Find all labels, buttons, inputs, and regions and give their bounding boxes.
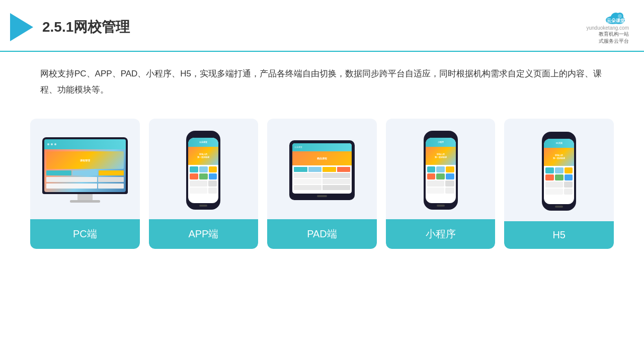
card-h5-image: H5页面 职场人的第一堂训练课: [504, 119, 614, 221]
brand-logo-icon: 云朵课堂: [603, 9, 629, 25]
cloud-icon: 云朵课堂: [603, 9, 629, 25]
card-pc-image: 课程管理: [30, 119, 140, 219]
brand-logo-area: 云朵课堂 yunduoketang.com 教育机构一站 式服务云平台: [586, 9, 629, 45]
card-h5: H5页面 职场人的第一堂训练课: [504, 119, 614, 249]
card-pad: 云朵课堂 精品课程: [267, 119, 377, 249]
card-pad-image: 云朵课堂 精品课程: [267, 119, 377, 219]
brand-tagline: 教育机构一站 式服务云平台: [599, 31, 629, 45]
card-mini-image: 小程序 职场人的第一堂训练课: [386, 119, 496, 219]
page-title: 2.5.1网校管理: [42, 18, 130, 37]
header: 2.5.1网校管理 云朵课堂 yunduoketang.com 教育机构一站 式…: [0, 0, 644, 52]
card-app-label: APP端: [149, 219, 259, 249]
card-app-image: 云朵课堂 职场人的第一堂训练课: [149, 119, 259, 219]
brand-url: yunduoketang.com: [586, 25, 629, 31]
monitor-mockup: 课程管理: [42, 137, 128, 203]
phone-mockup-mini: 小程序 职场人的第一堂训练课: [424, 131, 458, 210]
header-left: 2.5.1网校管理: [10, 13, 130, 41]
card-h5-label: H5: [504, 221, 614, 249]
logo-triangle-icon: [10, 13, 33, 41]
card-miniprogram: 小程序 职场人的第一堂训练课: [386, 119, 496, 249]
card-pc: 课程管理: [30, 119, 140, 249]
phone-mockup-h5: H5页面 职场人的第一堂训练课: [542, 132, 576, 211]
description-paragraph: 网校支持PC、APP、PAD、小程序、H5，实现多端打通，产品各终端自由切换，数…: [40, 66, 604, 99]
svg-point-5: [618, 14, 622, 18]
cards-container: 课程管理: [0, 104, 644, 264]
phone-mockup-app: 云朵课堂 职场人的第一堂训练课: [186, 131, 220, 210]
card-mini-label: 小程序: [386, 219, 496, 249]
card-pc-label: PC端: [30, 219, 140, 249]
description-text: 网校支持PC、APP、PAD、小程序、H5，实现多端打通，产品各终端自由切换，数…: [0, 52, 644, 104]
card-pad-label: PAD端: [267, 219, 377, 249]
svg-text:云朵课堂: 云朵课堂: [607, 18, 625, 23]
tablet-mockup: 云朵课堂 精品课程: [289, 140, 355, 200]
card-app: 云朵课堂 职场人的第一堂训练课: [149, 119, 259, 249]
